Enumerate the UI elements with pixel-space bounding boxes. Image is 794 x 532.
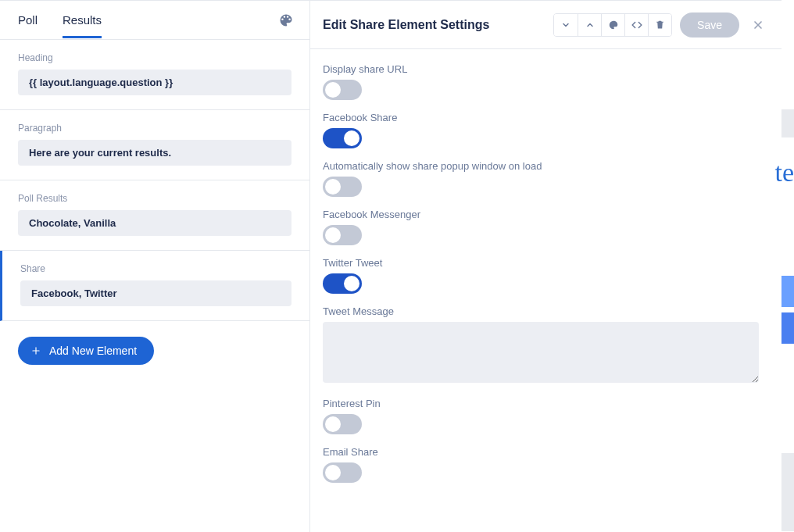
panel-controls: Save (553, 12, 769, 37)
section-poll-results[interactable]: Poll Results Chocolate, Vanilla (0, 180, 309, 251)
section-label: Share (20, 263, 291, 274)
tweet-message-input[interactable] (323, 322, 759, 383)
setting-twitter-tweet: Twitter Tweet (323, 257, 769, 294)
tab-results[interactable]: Results (63, 2, 102, 38)
section-paragraph[interactable]: Paragraph Here are your current results. (0, 110, 309, 180)
toggle-facebook-share[interactable] (323, 128, 362, 148)
setting-label: Display share URL (323, 63, 769, 75)
toggle-twitter-tweet[interactable] (323, 273, 362, 294)
section-share[interactable]: Share Facebook, Twitter (0, 251, 309, 321)
toggle-facebook-messenger[interactable] (323, 225, 362, 245)
section-value: Here are your current results. (18, 140, 291, 166)
control-segment (553, 13, 672, 37)
code-button[interactable] (624, 14, 648, 36)
setting-tweet-message: Tweet Message (323, 305, 769, 386)
setting-label: Facebook Share (323, 112, 769, 123)
toggle-email-share[interactable] (323, 462, 362, 483)
section-label: Poll Results (18, 193, 291, 204)
setting-auto-popup: Automatically show share popup window on… (323, 160, 769, 197)
setting-label: Automatically show share popup window on… (323, 160, 769, 172)
setting-email-share: Email Share (323, 446, 769, 483)
setting-facebook-share: Facebook Share (323, 112, 769, 148)
preview-text: te (774, 158, 794, 187)
close-button[interactable] (747, 14, 769, 36)
add-element-wrap: Add New Element (0, 321, 309, 380)
panel-header: Edit Share Element Settings (310, 1, 781, 49)
palette-icon[interactable] (278, 12, 294, 28)
delete-button[interactable] (648, 14, 671, 36)
setting-pinterest-pin: Pinterest Pin (323, 398, 769, 434)
settings-panel: Edit Share Element Settings (310, 1, 781, 532)
toggle-auto-popup[interactable] (323, 177, 362, 197)
setting-label: Facebook Messenger (323, 209, 769, 220)
section-value: {{ layout.language.question }} (18, 70, 291, 95)
move-up-button[interactable] (578, 14, 601, 36)
setting-display-url: Display share URL (323, 63, 769, 100)
setting-label: Twitter Tweet (323, 257, 769, 269)
tabs-row: Poll Results (0, 1, 309, 40)
setting-label: Pinterest Pin (323, 398, 769, 409)
setting-facebook-messenger: Facebook Messenger (323, 209, 769, 245)
panel-body: Display share URL Facebook Share Automat… (310, 49, 781, 532)
plus-icon (30, 345, 41, 356)
add-element-label: Add New Element (49, 345, 137, 357)
panel-title: Edit Share Element Settings (323, 18, 553, 32)
background-preview: te (781, 8, 794, 532)
toggle-display-url[interactable] (323, 80, 362, 100)
section-heading[interactable]: Heading {{ layout.language.question }} (0, 40, 309, 110)
toggle-pinterest-pin[interactable] (323, 414, 362, 434)
palette-button[interactable] (601, 14, 624, 36)
save-button[interactable]: Save (680, 12, 739, 37)
left-sidebar: Poll Results Heading {{ layout.language.… (0, 1, 310, 532)
tab-poll[interactable]: Poll (18, 2, 38, 38)
move-down-button[interactable] (554, 14, 578, 36)
section-value: Facebook, Twitter (20, 280, 291, 306)
setting-label: Tweet Message (323, 305, 769, 317)
add-element-button[interactable]: Add New Element (18, 337, 154, 365)
section-value: Chocolate, Vanilla (18, 210, 291, 236)
section-label: Heading (18, 52, 291, 63)
section-label: Paragraph (18, 123, 291, 134)
setting-label: Email Share (323, 446, 769, 458)
